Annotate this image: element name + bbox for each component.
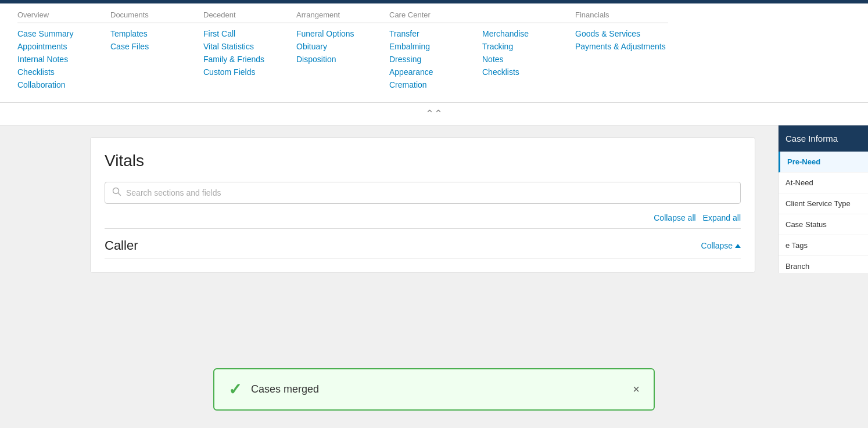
main-content: Vitals Collapse all Expand all Caller Co… (0, 125, 868, 273)
nav-link-vital-statistics[interactable]: Vital Statistics (203, 42, 296, 51)
caller-section-title: Caller (105, 238, 138, 253)
nav-link-funeral-options[interactable]: Funeral Options (296, 29, 389, 38)
svg-line-1 (119, 193, 121, 196)
nav-category-care-center-2: Merchandise Tracking Notes Checklists (482, 10, 575, 93)
nav-link-embalming[interactable]: Embalming (389, 42, 482, 51)
nav-link-payments-adjustments[interactable]: Payments & Adjustments (575, 42, 668, 51)
nav-link-cremation[interactable]: Cremation (389, 80, 482, 89)
nav-link-templates[interactable]: Templates (110, 29, 203, 38)
right-sidebar: Case Informa Pre-Need At-Need Client Ser… (778, 125, 868, 273)
nav-category-title-financials: Financials (575, 10, 668, 23)
nav-link-first-call[interactable]: First Call (203, 29, 296, 38)
nav-link-dressing[interactable]: Dressing (389, 55, 482, 64)
nav-category-documents: Documents Templates Case Files (110, 10, 203, 93)
nav-category-title-overview: Overview (17, 10, 110, 23)
collapse-arrow-row[interactable]: ⌃⌃ (0, 103, 868, 125)
nav-menu: Overview Case Summary Appointments Inter… (0, 3, 868, 103)
nav-link-internal-notes[interactable]: Internal Notes (17, 55, 110, 64)
nav-category-title-arrangement: Arrangement (296, 10, 389, 23)
nav-link-notes[interactable]: Notes (482, 55, 575, 64)
nav-link-goods-services[interactable]: Goods & Services (575, 29, 668, 38)
nav-link-custom-fields[interactable]: Custom Fields (203, 67, 296, 77)
collapse-all-link[interactable]: Collapse all (654, 213, 695, 222)
nav-category-title-decedent: Decedent (203, 10, 296, 23)
sidebar-item-branch[interactable]: Branch (779, 256, 868, 273)
sidebar-item-case-status[interactable]: Case Status (779, 214, 868, 235)
nav-link-family-friends[interactable]: Family & Friends (203, 55, 296, 64)
collapse-expand-row: Collapse all Expand all (105, 213, 741, 229)
nav-link-checklists[interactable]: Checklists (17, 67, 110, 77)
sidebar-header: Case Informa (779, 125, 868, 152)
nav-link-tracking[interactable]: Tracking (482, 42, 575, 51)
nav-link-appearance[interactable]: Appearance (389, 67, 482, 77)
nav-category-care-center: Care Center Transfer Embalming Dressing … (389, 10, 482, 93)
nav-link-case-files[interactable]: Case Files (110, 42, 203, 51)
vitals-title: Vitals (105, 152, 741, 170)
search-input[interactable] (126, 188, 733, 197)
nav-link-obituary[interactable]: Obituary (296, 42, 389, 51)
nav-category-decedent: Decedent First Call Vital Statistics Fam… (203, 10, 296, 93)
nav-link-transfer[interactable]: Transfer (389, 29, 482, 38)
nav-link-disposition[interactable]: Disposition (296, 55, 389, 64)
nav-category-arrangement: Arrangement Funeral Options Obituary Dis… (296, 10, 389, 93)
collapse-nav-icon[interactable]: ⌃⌃ (425, 107, 443, 120)
nav-category-title-documents: Documents (110, 10, 203, 23)
collapse-label: Collapse (701, 241, 733, 250)
nav-link-checklists-cc[interactable]: Checklists (482, 67, 575, 77)
sidebar-item-client-service-type[interactable]: Client Service Type (779, 193, 868, 214)
caller-section-header: Caller Collapse (105, 238, 741, 258)
nav-link-appointments[interactable]: Appointments (17, 42, 110, 51)
nav-category-title-cc2 (482, 10, 575, 23)
vitals-card: Vitals Collapse all Expand all Caller Co… (90, 137, 755, 273)
nav-link-merchandise[interactable]: Merchandise (482, 29, 575, 38)
sidebar-item-case-tags[interactable]: e Tags (779, 235, 868, 256)
sidebar-item-pre-need[interactable]: Pre-Need (779, 152, 868, 172)
nav-category-financials: Financials Goods & Services Payments & A… (575, 10, 668, 93)
search-bar[interactable] (105, 182, 741, 204)
nav-category-overview: Overview Case Summary Appointments Inter… (17, 10, 110, 93)
nav-category-title-care-center: Care Center (389, 10, 482, 23)
caller-collapse-button[interactable]: Collapse (701, 241, 741, 250)
nav-link-collaboration[interactable]: Collaboration (17, 80, 110, 89)
sidebar-item-at-need[interactable]: At-Need (779, 172, 868, 193)
expand-all-link[interactable]: Expand all (703, 213, 741, 222)
collapse-arrow-up-icon (735, 244, 741, 248)
nav-link-case-summary[interactable]: Case Summary (17, 29, 110, 38)
search-icon (112, 187, 121, 199)
